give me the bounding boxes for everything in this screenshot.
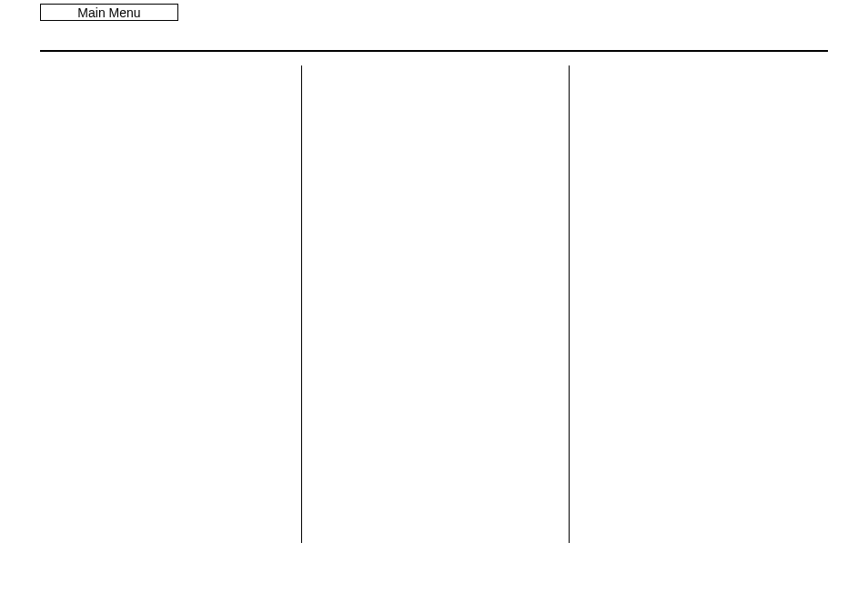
horizontal-divider (40, 50, 828, 52)
main-menu-button[interactable]: Main Menu (40, 4, 178, 21)
vertical-divider-right (569, 65, 570, 543)
main-menu-label: Main Menu (77, 5, 140, 20)
vertical-divider-left (301, 65, 302, 543)
